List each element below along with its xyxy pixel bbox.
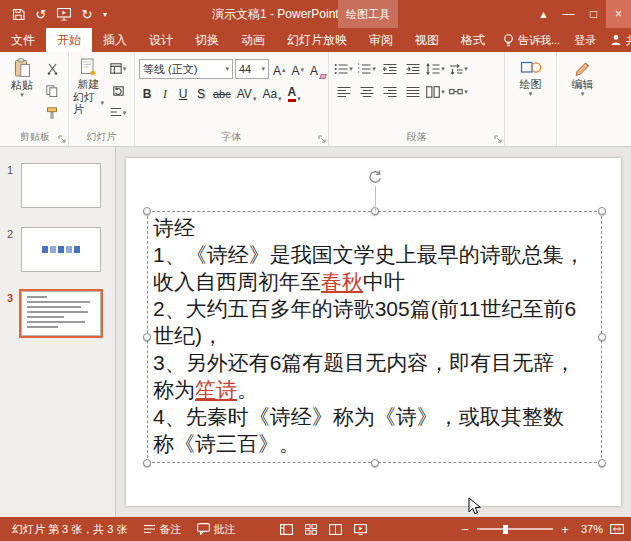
editing-dropdown-arrow[interactable]: ▾ — [581, 91, 585, 97]
rotation-handle[interactable] — [367, 169, 383, 185]
reset-slide-button[interactable] — [106, 81, 130, 100]
slide-thumbnail-3[interactable]: 3 — [0, 291, 115, 336]
resize-handle-top-left[interactable] — [143, 207, 151, 215]
font-name-dropdown-arrow[interactable]: ▾ — [225, 66, 229, 72]
fit-slide-to-window-button[interactable] — [610, 523, 624, 535]
hyperlink-chunqiu[interactable]: 春秋 — [321, 270, 363, 293]
ribbon-display-options-button[interactable]: ▴ — [531, 0, 556, 28]
text-shadow-button[interactable]: S — [193, 83, 209, 102]
align-center-button[interactable] — [356, 82, 377, 101]
tab-review[interactable]: 审阅 — [358, 28, 404, 52]
tab-format[interactable]: 格式 — [450, 28, 496, 52]
justify-button[interactable] — [402, 82, 423, 101]
comments-button[interactable]: 批注 — [192, 517, 241, 541]
notes-button[interactable]: 备注 — [138, 517, 187, 541]
increase-font-size-button[interactable]: A▴ — [271, 60, 288, 79]
minimize-button[interactable]: — — [556, 0, 581, 28]
format-painter-button[interactable] — [40, 103, 64, 122]
resize-handle-top-right[interactable] — [598, 207, 606, 215]
resize-handle-bottom-left[interactable] — [143, 459, 151, 467]
new-slide-button[interactable]: 新建 幻灯片 ▾ — [73, 55, 104, 130]
reading-view-button[interactable] — [329, 517, 342, 541]
slide-number-indicator[interactable]: 幻灯片 第 3 张，共 3 张 — [7, 517, 133, 541]
clear-formatting-button[interactable]: A — [308, 60, 328, 79]
zoom-in-button[interactable]: + — [560, 522, 570, 537]
start-from-beginning-button[interactable] — [54, 3, 74, 25]
resize-handle-middle-right[interactable] — [598, 333, 606, 341]
hyperlink-shengshi[interactable]: 笙诗 — [195, 378, 237, 401]
slide-3-preview[interactable] — [21, 291, 101, 336]
slide-layout-button[interactable]: ▾ — [106, 59, 130, 78]
decrease-font-size-button[interactable]: A▾ — [290, 60, 307, 79]
slide-2-preview[interactable] — [21, 227, 101, 272]
tab-home[interactable]: 开始 — [46, 28, 92, 52]
redo-button[interactable]: ↻ — [77, 3, 97, 25]
cut-button[interactable] — [40, 59, 64, 78]
numbering-button[interactable]: ▾ — [356, 59, 377, 78]
resize-handle-bottom-center[interactable] — [371, 459, 379, 467]
content-textbox[interactable]: 诗经 1、《诗经》是我国文学史上最早的诗歌总集， 收入自西周初年至春秋中叶 2、… — [147, 211, 602, 463]
italic-button[interactable]: I — [157, 83, 173, 102]
tab-file[interactable]: 文件 — [0, 28, 46, 52]
contextual-tab-group-drawing-tools[interactable]: 绘图工具 — [338, 0, 398, 28]
normal-view-button[interactable] — [280, 517, 293, 541]
qat-customize-button[interactable]: ▾ — [100, 3, 110, 25]
zoom-slider[interactable] — [477, 523, 553, 535]
close-button[interactable]: × — [606, 0, 631, 28]
decrease-arrow: ▾ — [301, 61, 305, 79]
paste-button[interactable]: 粘贴 ▾ — [6, 55, 38, 130]
slide-1-preview[interactable] — [21, 163, 101, 208]
drawing-dropdown-arrow[interactable]: ▾ — [529, 91, 533, 97]
character-spacing-button[interactable]: AV▾ — [235, 83, 259, 102]
editing-menu-button[interactable]: 编辑 ▾ — [561, 55, 604, 130]
share-button[interactable]: 共享 — [603, 28, 631, 52]
zoom-level[interactable]: 37% — [577, 523, 603, 535]
slide-thumbnail-2[interactable]: 2 — [0, 227, 115, 272]
copy-button[interactable] — [40, 81, 64, 100]
maximize-button[interactable]: □ — [581, 0, 606, 28]
tab-transitions[interactable]: 切换 — [184, 28, 230, 52]
change-case-button[interactable]: Aa▾ — [260, 83, 283, 102]
font-dialog-launcher[interactable] — [318, 135, 326, 143]
increase-indent-button[interactable] — [402, 59, 423, 78]
align-right-button[interactable] — [379, 82, 400, 101]
paste-dropdown-arrow[interactable]: ▾ — [20, 92, 24, 98]
save-button[interactable] — [8, 3, 28, 25]
bold-button[interactable]: B — [139, 83, 155, 102]
slide-thumbnail-1[interactable]: 1 — [0, 163, 115, 208]
font-color-button[interactable]: A▾ — [286, 83, 303, 102]
columns-button[interactable]: ▾ — [425, 82, 446, 101]
clipboard-dialog-launcher[interactable] — [58, 135, 66, 143]
resize-handle-middle-left[interactable] — [143, 333, 151, 341]
tab-animations[interactable]: 动画 — [230, 28, 276, 52]
font-name-combobox[interactable]: 等线 (正文) ▾ — [139, 59, 233, 79]
line-spacing-button[interactable]: ▾ — [425, 59, 446, 78]
tab-insert[interactable]: 插入 — [92, 28, 138, 52]
slideshow-view-button[interactable] — [354, 517, 367, 541]
slide-editing-area[interactable]: 诗经 1、《诗经》是我国文学史上最早的诗歌总集， 收入自西周初年至春秋中叶 2、… — [116, 147, 631, 517]
tab-view[interactable]: 视图 — [404, 28, 450, 52]
paragraph-dialog-launcher[interactable] — [494, 135, 502, 143]
align-left-button[interactable] — [333, 82, 354, 101]
tell-me-box[interactable]: 告诉我... — [496, 28, 567, 52]
new-slide-dropdown-arrow[interactable]: ▾ — [100, 100, 104, 106]
font-size-dropdown-arrow[interactable]: ▾ — [261, 66, 265, 72]
section-button[interactable]: ▾ — [106, 103, 130, 122]
tab-design[interactable]: 设计 — [138, 28, 184, 52]
tab-slideshow[interactable]: 幻灯片放映 — [276, 28, 358, 52]
sign-in-button[interactable]: 登录 — [567, 28, 603, 52]
resize-handle-bottom-right[interactable] — [598, 459, 606, 467]
convert-to-smartart-button[interactable]: ▾ — [448, 82, 469, 101]
underline-button[interactable]: U — [175, 83, 191, 102]
text-direction-button[interactable]: ▾ — [448, 59, 469, 78]
font-size-combobox[interactable]: 44 ▾ — [235, 59, 269, 79]
zoom-slider-thumb[interactable] — [503, 525, 508, 534]
slide-sorter-view-button[interactable] — [305, 517, 317, 541]
strikethrough-button[interactable]: abc — [211, 83, 233, 102]
bullets-button[interactable]: ▾ — [333, 59, 354, 78]
zoom-out-button[interactable]: − — [460, 522, 470, 537]
drawing-menu-button[interactable]: 绘图 ▾ — [509, 55, 552, 130]
decrease-indent-button[interactable] — [379, 59, 400, 78]
undo-button[interactable]: ↺ — [31, 3, 51, 25]
slide-canvas[interactable]: 诗经 1、《诗经》是我国文学史上最早的诗歌总集， 收入自西周初年至春秋中叶 2、… — [126, 158, 621, 506]
